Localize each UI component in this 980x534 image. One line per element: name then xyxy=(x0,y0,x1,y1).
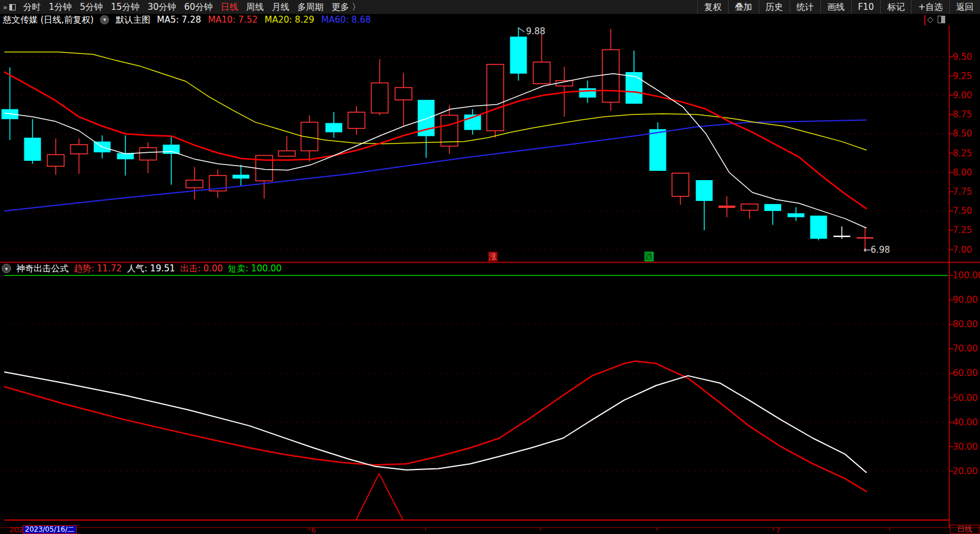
price-axis-label: 8.50 xyxy=(953,128,972,139)
period-label-box[interactable]: 日线 xyxy=(950,525,979,534)
tool-+自选[interactable]: +自选 xyxy=(911,0,949,14)
month-label-6: 6 xyxy=(311,526,316,534)
ex-rights-badge-跌: 跌 xyxy=(644,252,654,261)
price-axis-label: 8.75 xyxy=(953,109,972,120)
split-screen-icon[interactable] xyxy=(938,16,945,23)
ex-rights-badge-涨: 涨 xyxy=(488,252,498,261)
indicator-dropdown-icon[interactable]: ▾ xyxy=(2,264,11,273)
indicator-header: ▾ 神奇出击公式 趋势: 11.72人气: 19.51出击: 0.00短卖: 1… xyxy=(2,263,282,274)
indicator-metrics: 趋势: 11.72人气: 19.51出击: 0.00短卖: 100.00 xyxy=(74,263,282,274)
indicator-axis-label: 60.00 xyxy=(953,368,978,378)
tdx-chart-window: » 分时1分钟5分钟15分钟30分钟60分钟日线周线月线多周期更多 〉 复权叠加… xyxy=(0,0,980,534)
stock-name[interactable]: 慈文传媒 (日线,前复权) xyxy=(3,15,93,26)
price-annotation: ←6.98 xyxy=(863,245,890,255)
ma10-value: MA10: 7.52 xyxy=(208,15,258,25)
period-toolbar: » 分时1分钟5分钟15分钟30分钟60分钟日线周线月线多周期更多 〉 复权叠加… xyxy=(0,0,980,14)
period-tab-30分钟[interactable]: 30分钟 xyxy=(147,2,176,13)
selected-date-box[interactable]: 2023/05/16/二 xyxy=(23,525,77,534)
indicator-axis-label: 30.00 xyxy=(953,442,978,452)
month-label-7: 7 xyxy=(776,526,780,534)
tool-复权[interactable]: 复权 xyxy=(697,0,728,14)
period-tab-5分钟[interactable]: 5分钟 xyxy=(80,2,103,13)
price-axis-label: 9.50 xyxy=(953,52,972,62)
price-axis-label: 7.50 xyxy=(953,206,972,216)
indicator-name[interactable]: 神奇出击公式 xyxy=(16,263,69,274)
ma5-value: MA5: 7.28 xyxy=(157,15,201,25)
indicator-metric: 短卖: 100.00 xyxy=(228,263,282,274)
tool-历史[interactable]: 历史 xyxy=(759,0,790,14)
indicator-axis-label: 40.00 xyxy=(953,417,978,428)
price-axis-label: 7.75 xyxy=(953,187,972,197)
tool-画线[interactable]: 画线 xyxy=(820,0,851,14)
chart-title-bar: 慈文传媒 (日线,前复权) ▾ 默认主图 MA5: 7.28MA10: 7.52… xyxy=(0,14,980,26)
indicator-axis-label: 100.00 xyxy=(953,270,980,281)
toolbar-actions: 复权叠加历史统计画线F10标记+自选返回 xyxy=(697,0,980,14)
tool-F10[interactable]: F10 xyxy=(851,0,881,14)
period-tab-分时[interactable]: 分时 xyxy=(23,2,41,13)
period-tabs: 分时1分钟5分钟15分钟30分钟60分钟日线周线月线多周期更多 〉 xyxy=(23,2,361,13)
indicator-axis-label: 70.00 xyxy=(953,343,978,354)
main-chart-indicator-label[interactable]: 默认主图 xyxy=(116,15,150,26)
tool-返回[interactable]: 返回 xyxy=(949,0,980,14)
price-axis-label: 9.00 xyxy=(953,90,972,101)
window-layout-icon xyxy=(9,4,16,10)
ma-values: MA5: 7.28MA10: 7.52MA20: 8.29MA60: 8.68 xyxy=(157,15,371,25)
period-tab-60分钟[interactable]: 60分钟 xyxy=(184,2,212,13)
tool-统计[interactable]: 统计 xyxy=(790,0,820,14)
period-tab-月线[interactable]: 月线 xyxy=(272,2,289,13)
price-axis-label: 7.00 xyxy=(953,245,972,255)
indicator-axis-label: 90.00 xyxy=(953,295,978,305)
price-axis-label: 7.25 xyxy=(953,225,972,235)
period-tab-日线[interactable]: 日线 xyxy=(221,2,238,13)
mark-diamond-icon[interactable]: ◇ xyxy=(927,15,934,24)
period-tab-1分钟[interactable]: 1分钟 xyxy=(49,2,72,13)
price-axis-label: 8.00 xyxy=(953,167,972,178)
titlebar-right-icons: ◇ xyxy=(927,15,945,24)
indicator-metric: 趋势: 11.72 xyxy=(74,263,122,274)
price-axis-label: 9.25 xyxy=(953,71,972,81)
indicator-metric: 出击: 0.00 xyxy=(181,263,223,274)
price-annotation: 9.88 xyxy=(526,26,545,37)
ma20-value: MA20: 8.29 xyxy=(265,15,315,25)
indicator-axis-label: 80.00 xyxy=(953,319,978,329)
ma60-value: MA60: 8.68 xyxy=(321,15,371,25)
price-axis-label: 8.25 xyxy=(953,148,972,159)
main-chart-dropdown-icon[interactable]: ▾ xyxy=(100,15,109,24)
period-toolbar-left: » 分时1分钟5分钟15分钟30分钟60分钟日线周线月线多周期更多 〉 xyxy=(0,0,361,14)
period-tab-更多 〉[interactable]: 更多 〉 xyxy=(332,2,361,13)
indicator-axis-label: 20.00 xyxy=(953,466,978,476)
tool-叠加[interactable]: 叠加 xyxy=(728,0,759,14)
period-tab-15分钟[interactable]: 15分钟 xyxy=(111,2,139,13)
period-tab-周线[interactable]: 周线 xyxy=(246,2,264,13)
indicator-metric: 人气: 19.51 xyxy=(127,263,175,274)
indicator-axis-label: 50.00 xyxy=(953,393,978,403)
collapse-panel-icon[interactable]: » xyxy=(3,3,16,12)
period-tab-多周期[interactable]: 多周期 xyxy=(297,2,323,13)
tool-标记[interactable]: 标记 xyxy=(880,0,911,14)
